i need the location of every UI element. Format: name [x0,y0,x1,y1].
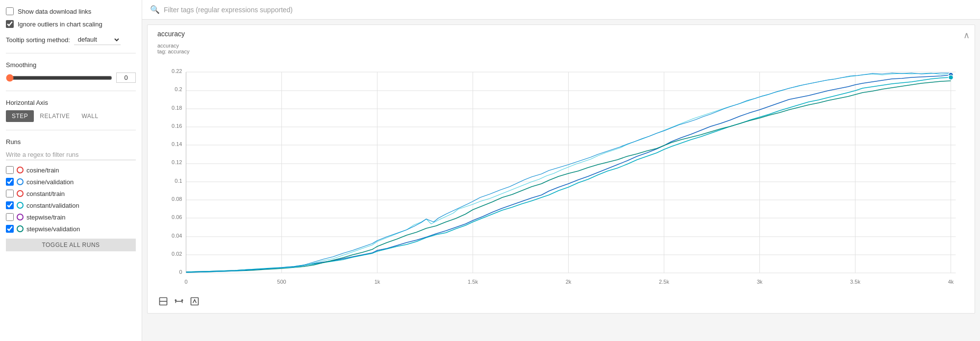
run-cosine-train-label: cosine/train [26,167,59,174]
haxis-wall-button[interactable]: WALL [75,110,104,122]
run-item-cosine-train: cosine/train [0,164,142,176]
svg-text:0: 0 [184,279,187,285]
svg-text:0.04: 0.04 [172,233,182,239]
run-cosine-validation-circle [17,178,24,185]
divider-2 [6,91,136,91]
smoothing-label: Smoothing [0,57,142,71]
svg-text:0.06: 0.06 [172,214,182,220]
chart-title: accuracy [152,30,185,38]
chart-inner: 0 0.02 0.04 0.06 0.08 0.1 0.12 0.14 0.16… [152,57,970,292]
fit-domain-icon[interactable] [157,295,169,307]
svg-text:0: 0 [179,269,182,275]
run-constant-train-label: constant/train [26,190,65,197]
haxis-buttons: STEP RELATIVE WALL [0,109,142,126]
run-stepwise-validation-circle [17,225,24,232]
runs-filter-input[interactable] [6,149,136,160]
filter-input[interactable] [164,6,972,14]
smoothing-value-input[interactable] [116,73,136,83]
run-item-stepwise-train: stepwise/train [0,211,142,223]
divider-1 [6,53,136,53]
runs-label: Runs [0,134,142,147]
run-cosine-train-circle [17,167,24,173]
chart-svg: 0 0.02 0.04 0.06 0.08 0.1 0.12 0.14 0.16… [152,57,970,292]
collapse-icon[interactable]: ∧ [963,30,970,41]
show-download-label: Show data download links [18,8,91,15]
run-constant-validation-checkbox[interactable] [6,201,14,209]
chart-subtitle-name: accuracy [157,43,179,49]
svg-text:0.14: 0.14 [172,141,182,147]
run-stepwise-train-label: stepwise/train [26,214,65,221]
chart-area: accuracy ∧ accuracy tag: accuracy 0 [142,20,980,341]
svg-text:0.1: 0.1 [175,178,182,184]
svg-text:3k: 3k [757,279,763,285]
chart-subtitle: accuracy tag: accuracy [152,43,970,54]
svg-text:500: 500 [277,279,286,285]
run-stepwise-train-circle [17,214,24,220]
run-stepwise-train-checkbox[interactable] [6,213,14,221]
ignore-outliers-row: Ignore outliers in chart scaling [0,18,142,30]
pan-icon[interactable] [173,295,185,307]
haxis-label: Horizontal Axis [0,95,142,109]
run-constant-validation-label: constant/validation [26,202,79,209]
show-download-row: Show data download links [0,5,142,18]
run-constant-train-circle [17,190,24,197]
svg-text:0.02: 0.02 [172,251,182,257]
divider-3 [6,130,136,130]
show-download-checkbox[interactable] [6,7,14,15]
smoothing-container [0,71,142,87]
chart-subtitle-tag: tag: accuracy [157,49,189,54]
smoothing-slider[interactable] [6,74,112,82]
run-constant-validation-circle [17,202,24,209]
run-item-cosine-validation: cosine/validation [0,176,142,188]
svg-text:0.2: 0.2 [175,86,182,92]
filter-bar: 🔍 [142,0,980,20]
run-item-constant-validation: constant/validation [0,199,142,211]
haxis-relative-button[interactable]: RELATIVE [34,110,75,122]
svg-text:0.18: 0.18 [172,105,182,111]
svg-text:3.5k: 3.5k [850,279,860,285]
chart-controls [152,292,970,308]
run-item-stepwise-validation: stepwise/validation [0,223,142,235]
main-content: 🔍 accuracy ∧ accuracy tag: accuracy [142,0,980,341]
line-end-dot-cyan [949,75,954,80]
svg-text:2k: 2k [566,279,572,285]
sidebar: Show data download links Ignore outliers… [0,0,142,341]
svg-text:0.16: 0.16 [172,123,182,129]
run-cosine-validation-checkbox[interactable] [6,178,14,186]
ignore-outliers-label: Ignore outliers in chart scaling [18,21,102,28]
haxis-step-button[interactable]: STEP [6,110,34,122]
chart-header: accuracy ∧ [152,30,970,41]
svg-text:0.22: 0.22 [172,68,182,74]
tooltip-select[interactable]: default ascending descending nearest [74,34,121,45]
svg-text:0.08: 0.08 [172,196,182,202]
tooltip-row: Tooltip sorting method: default ascendin… [0,30,142,49]
tooltip-label: Tooltip sorting method: [6,36,70,44]
run-stepwise-validation-checkbox[interactable] [6,225,14,233]
runs-filter-container [0,147,142,164]
run-stepwise-validation-label: stepwise/validation [26,225,80,233]
run-item-constant-train: constant/train [0,188,142,199]
svg-rect-48 [191,298,199,305]
svg-text:2.5k: 2.5k [659,279,669,285]
chart-card-accuracy: accuracy ∧ accuracy tag: accuracy 0 [147,24,975,314]
search-icon: 🔍 [150,5,160,14]
svg-text:1.5k: 1.5k [468,279,478,285]
run-cosine-validation-label: cosine/validation [26,178,74,186]
run-constant-train-checkbox[interactable] [6,190,14,197]
svg-text:4k: 4k [948,279,954,285]
run-cosine-train-checkbox[interactable] [6,166,14,174]
svg-rect-0 [186,62,956,273]
fit-data-icon[interactable] [189,295,201,307]
toggle-all-runs-button[interactable]: TOGGLE ALL RUNS [6,239,136,251]
svg-text:0.12: 0.12 [172,159,182,165]
svg-text:1k: 1k [375,279,380,285]
ignore-outliers-checkbox[interactable] [6,20,14,28]
